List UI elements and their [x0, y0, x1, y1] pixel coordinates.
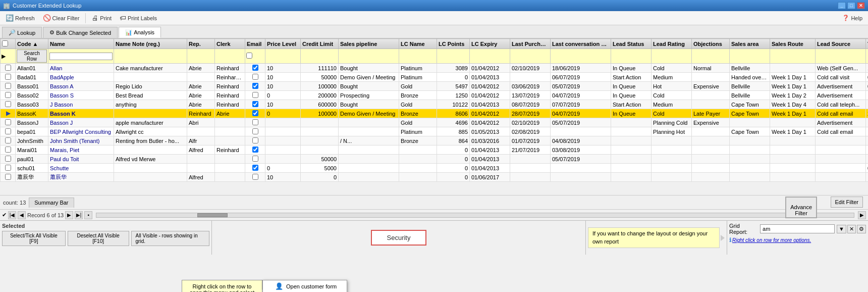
table-row[interactable]: BassonJBasson Japple manufacturerAbriGol… [1, 118, 869, 127]
grid-report-settings[interactable]: ⚙ [857, 225, 866, 233]
security-button[interactable]: Security [371, 230, 427, 246]
table-row[interactable]: ▶BassoKBasson KReinhardAbrie0100000Demo … [1, 109, 869, 118]
col-header-rep[interactable]: Rep. [187, 39, 215, 49]
row-email[interactable] [245, 118, 265, 127]
table-row[interactable]: JohnSmithJohn Smith (Tenant)Renting from… [1, 136, 869, 145]
col-header-lcname[interactable]: LC Name [399, 39, 437, 49]
table-row[interactable]: Basso02Basson SBest BreadAbrieReinhard02… [1, 91, 869, 100]
row-checkbox[interactable] [5, 83, 11, 89]
col-header-visit[interactable]: Visit [866, 39, 869, 49]
col-header-email[interactable]: Email [245, 39, 265, 49]
print-labels-button[interactable]: 🏷 Print Labels [116, 13, 160, 24]
row-checkbox-cell[interactable] [1, 91, 16, 100]
row-email[interactable] [245, 91, 265, 100]
row-email[interactable] [245, 155, 265, 164]
row-checkbox[interactable] [5, 119, 11, 125]
row-email[interactable] [245, 136, 265, 145]
maximize-button[interactable]: □ [847, 2, 855, 9]
col-header-clerk[interactable]: Clerk [215, 39, 245, 49]
row-email[interactable] [245, 100, 265, 109]
row-checkbox-cell[interactable] [1, 118, 16, 127]
horizontal-scrollbar[interactable] [96, 213, 854, 218]
table-row[interactable]: Marai01Marais, PietAlfredReinhard001/04/… [1, 145, 869, 155]
row-email[interactable] [245, 64, 265, 73]
grid-report-input[interactable] [760, 224, 835, 233]
col-header-leadsource[interactable]: Lead Source [816, 39, 866, 49]
tab-analysis[interactable]: 📊 Analysis [119, 27, 161, 38]
refresh-button[interactable]: 🔄 Refresh [2, 13, 38, 24]
row-checkbox[interactable] [5, 174, 11, 180]
col-header-lcpoints[interactable]: LC Points [437, 39, 470, 49]
row-checkbox[interactable] [5, 156, 11, 162]
table-row[interactable]: Basso01Basson ARegio LidoAbrieReinhard10… [1, 82, 869, 91]
col-header-namenote[interactable]: Name Note (reg.) [114, 39, 187, 49]
clear-filter-button[interactable]: 🚫 Clear Filter [39, 13, 83, 24]
col-header-objections[interactable]: Objections [692, 39, 730, 49]
search-name-input[interactable] [49, 53, 113, 60]
search-row-button[interactable]: Search Row [17, 50, 47, 63]
deselect-all-button[interactable]: Deselect All Visible [F10] [68, 231, 129, 246]
row-checkbox-cell[interactable]: ▶ [1, 109, 16, 118]
row-checkbox-cell[interactable] [1, 64, 16, 73]
table-row[interactable]: paul01Paul du ToitAlfred vd Merwe5000000… [1, 155, 869, 164]
help-button[interactable]: ❓ Help [839, 13, 866, 24]
table-row[interactable]: 蕭辰华蕭辰华Alfred100001/06/2017 [1, 173, 869, 182]
context-menu-open-customer[interactable]: 👤 Open customer form [263, 280, 347, 292]
col-header-pricelevel[interactable]: Price Level [265, 39, 301, 49]
row-email[interactable] [245, 127, 265, 136]
col-header-salesroute[interactable]: Sales Route [770, 39, 816, 49]
minimize-button[interactable]: _ [838, 2, 846, 9]
row-email[interactable] [245, 173, 265, 182]
nav-prev-button[interactable]: ◀ [18, 211, 26, 219]
row-checkbox-cell[interactable] [1, 127, 16, 136]
table-row[interactable]: Allan01AllanCake manufacturerAbrieReinha… [1, 64, 869, 73]
row-checkbox[interactable] [5, 65, 11, 71]
col-header-salespipeline[interactable]: Sales pipeline [339, 39, 399, 49]
row-checkbox[interactable] [5, 128, 11, 134]
search-name-cell[interactable] [48, 49, 114, 64]
nav-extra-button[interactable]: ▪ [84, 211, 92, 219]
row-email[interactable] [245, 145, 265, 155]
select-all-checkbox[interactable] [2, 40, 8, 46]
table-row[interactable]: bepa01BEP Allwright ConsultingAllwright … [1, 127, 869, 136]
right-click-hint[interactable]: Right click on row for more options. [732, 237, 811, 243]
col-header-sel[interactable] [1, 39, 16, 49]
grid-report-dropdown[interactable]: ▼ [837, 225, 846, 233]
table-scroll-wrapper[interactable]: Code ▲ Name Name Note (reg.) Rep. Clerk [0, 38, 868, 195]
row-checkbox[interactable] [5, 92, 11, 98]
col-header-lastconv[interactable]: Last conversation date [551, 39, 611, 49]
row-checkbox[interactable] [5, 147, 11, 153]
col-header-name[interactable]: Name [48, 39, 114, 49]
col-header-code[interactable]: Code ▲ [16, 39, 48, 49]
row-email[interactable] [245, 82, 265, 91]
select-all-visible-button[interactable]: Select/Tick All Visible [F9] [2, 231, 66, 246]
row-checkbox-cell[interactable] [1, 136, 16, 145]
nav-first-button[interactable]: |◀ [8, 211, 16, 219]
row-checkbox[interactable] [5, 165, 11, 171]
search-email-check[interactable] [246, 53, 252, 59]
tab-bulk-change[interactable]: ⚙ Bulk Change Selected [43, 27, 118, 38]
close-button[interactable]: ✕ [857, 2, 865, 9]
advance-filter-button[interactable]: Advance Filter [785, 197, 817, 218]
nav-scroll-right[interactable]: ▶ [858, 211, 866, 219]
row-checkbox-cell[interactable] [1, 173, 16, 182]
col-header-lcexpiry[interactable]: LC Expiry [470, 39, 510, 49]
col-header-leadrating[interactable]: Lead Rating [652, 39, 692, 49]
row-checkbox-cell[interactable] [1, 164, 16, 173]
row-checkbox-cell[interactable] [1, 100, 16, 109]
row-checkbox-cell[interactable] [1, 145, 16, 155]
print-button[interactable]: 🖨 Print [88, 13, 115, 24]
summary-bar-tab[interactable]: Summary Bar [29, 198, 74, 208]
table-row[interactable]: Bada01BadAppleReinhard Alfred1050000Demo… [1, 73, 869, 82]
row-checkbox-cell[interactable] [1, 82, 16, 91]
row-email[interactable] [245, 73, 265, 82]
col-header-leadstatus[interactable]: Lead Status [611, 39, 652, 49]
grid-report-clear[interactable]: ✕ [847, 225, 856, 233]
table-row[interactable]: schu01Schutte05000001/04/201303/02/20 [1, 164, 869, 173]
row-checkbox-cell[interactable] [1, 155, 16, 164]
row-checkbox[interactable] [5, 137, 11, 143]
row-checkbox-cell[interactable] [1, 73, 16, 82]
row-email[interactable] [245, 109, 265, 118]
table-row[interactable]: Basso03J BassonanythingAbrieReinhard1060… [1, 100, 869, 109]
col-header-lastpurchase[interactable]: Last Purchase [510, 39, 551, 49]
